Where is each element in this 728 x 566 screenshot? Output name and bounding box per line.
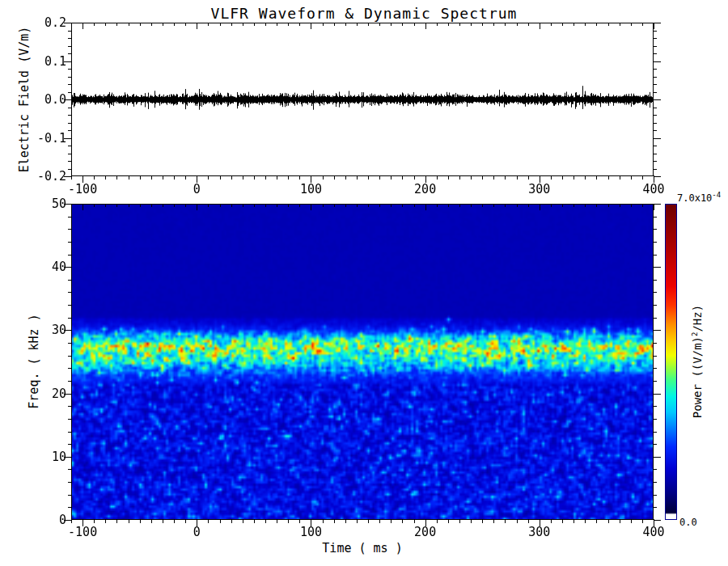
colorbar bbox=[665, 204, 677, 520]
spectrogram-x-axis-title: Time ( ms ) bbox=[322, 541, 402, 555]
spectrogram-x-tick-label: 0 bbox=[164, 525, 229, 539]
colorbar-title-suffix: /Hz) bbox=[691, 305, 704, 332]
spectrogram-x-tick-label: 300 bbox=[507, 525, 572, 539]
waveform-y-tick-label: 0.1 bbox=[15, 54, 66, 69]
colorbar-axis-title: Power ((V/m)2/Hz) bbox=[691, 305, 705, 418]
spectrogram-y-tick-label: 40 bbox=[15, 260, 66, 274]
waveform-panel-canvas bbox=[61, 16, 663, 188]
waveform-x-tick-label: 200 bbox=[393, 182, 458, 196]
waveform-y-tick-label: -0.2 bbox=[15, 169, 66, 184]
waveform-y-tick-label: 0.2 bbox=[15, 15, 66, 30]
waveform-x-tick-label: 300 bbox=[507, 182, 572, 196]
spectrogram-y-tick-label: 20 bbox=[15, 386, 66, 401]
waveform-x-tick-label: 100 bbox=[278, 182, 343, 196]
waveform-y-tick-label: -0.1 bbox=[15, 131, 66, 146]
spectrogram-x-tick-label: 200 bbox=[393, 525, 458, 539]
spectrogram-y-tick-label: 10 bbox=[15, 450, 66, 464]
waveform-x-tick-label: 0 bbox=[164, 182, 229, 196]
spectrogram-y-tick-label: 0 bbox=[15, 513, 66, 527]
figure: VLFR Waveform & Dynamic Spectrum Electri… bbox=[0, 0, 728, 566]
colorbar-title-superscript: 2 bbox=[691, 332, 699, 336]
spectrogram-x-tick-label: 400 bbox=[621, 525, 686, 539]
colorbar-max-exponent: -4 bbox=[712, 191, 721, 199]
spectrogram-y-tick-label: 50 bbox=[15, 196, 66, 211]
waveform-x-tick-label: 400 bbox=[621, 182, 686, 196]
spectrogram-x-tick-label: 100 bbox=[278, 525, 343, 539]
waveform-y-tick-label: 0.0 bbox=[15, 92, 66, 107]
spectrogram-panel-canvas bbox=[61, 197, 663, 527]
waveform-x-tick-label: -100 bbox=[50, 182, 115, 196]
spectrogram-y-tick-label: 30 bbox=[15, 323, 66, 337]
colorbar-title-prefix: Power ((V/m) bbox=[691, 336, 704, 418]
